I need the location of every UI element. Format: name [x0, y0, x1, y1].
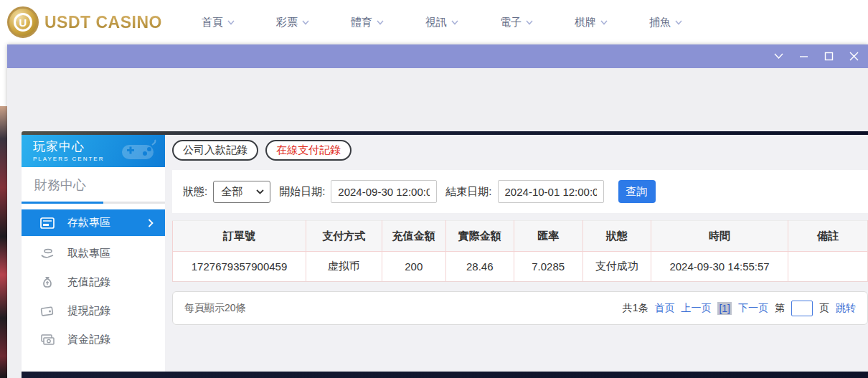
nav-item-fishing[interactable]: 捕魚 — [628, 16, 703, 29]
cell-status: 支付成功 — [582, 252, 651, 282]
col-payment-method: 支付方式 — [306, 221, 382, 252]
cell-recharge-amount: 200 — [382, 252, 445, 282]
end-date-input[interactable] — [498, 180, 604, 203]
current-page-indicator: [1] — [717, 302, 732, 315]
sidebar-item-funds-records[interactable]: 資金記錄 — [22, 325, 165, 354]
sidebar-item-recharge-records[interactable]: 充值記錄 — [22, 268, 165, 296]
filter-bar: 狀態: 全部 開始日期: 結束日期: 查詢 — [172, 170, 868, 213]
search-button[interactable]: 查詢 — [618, 180, 656, 203]
nav-item-lottery[interactable]: 彩票 — [255, 16, 330, 29]
cell-actual-amount: 28.46 — [445, 252, 514, 282]
col-actual-amount: 實際金額 — [445, 221, 514, 252]
page-prefix-text: 第 — [775, 302, 785, 315]
prev-page-link[interactable]: 上一页 — [681, 302, 711, 315]
nav-item-live[interactable]: 視訊 — [405, 16, 479, 29]
top-navigation: U USDT CASINO 首頁 彩票 體育 視訊 電子 — [0, 0, 868, 44]
window-dropdown-button[interactable] — [773, 51, 784, 62]
sidebar-item-withdrawal-records[interactable]: 提現記錄 — [22, 296, 165, 325]
col-exchange-rate: 匯率 — [514, 221, 582, 252]
sidebar-header: 玩家中心 PLAYERS CENTER — [22, 135, 165, 167]
window-maximize-button[interactable] — [824, 51, 834, 62]
per-page-text: 每頁顯示20條 — [184, 302, 246, 315]
col-recharge-amount: 充值金額 — [382, 221, 445, 252]
chevron-down-icon — [600, 20, 608, 25]
sidebar-item-label: 提現記錄 — [67, 304, 110, 318]
status-select-value: 全部 — [221, 185, 242, 199]
pagination-controls: 共1条 首页 上一页 [1] 下一页 第 页 跳转 — [623, 301, 856, 316]
nav-item-sports[interactable]: 體育 — [330, 16, 405, 29]
nav-menu: 首頁 彩票 體育 視訊 電子 棋牌 — [181, 0, 703, 44]
sidebar: 玩家中心 PLAYERS CENTER 財務中心 — [22, 135, 165, 372]
gamepad-icon — [121, 139, 158, 164]
chevron-down-icon — [675, 20, 682, 25]
nav-item-slots[interactable]: 電子 — [479, 16, 554, 29]
wallet-icon — [40, 303, 55, 318]
status-select[interactable]: 全部 — [213, 181, 270, 203]
end-date-label: 結束日期: — [445, 185, 491, 199]
logo-coin-icon: U — [7, 6, 39, 38]
chevron-down-icon — [302, 20, 309, 25]
sidebar-item-label: 資金記錄 — [67, 333, 110, 346]
tab-company-deposit-records[interactable]: 公司入款記錄 — [172, 140, 258, 161]
close-icon — [849, 52, 859, 61]
background-photo-strip — [0, 106, 7, 378]
sidebar-divider — [22, 202, 165, 204]
nav-item-home[interactable]: 首頁 — [181, 16, 255, 29]
site-logo[interactable]: U USDT CASINO — [7, 6, 162, 38]
records-table: 訂單號 支付方式 充值金額 實際金額 匯率 狀態 時間 備註 — [172, 220, 868, 282]
start-date-input[interactable] — [331, 180, 437, 203]
nav-item-label: 棋牌 — [575, 16, 596, 29]
nav-item-label: 首頁 — [202, 16, 223, 29]
nav-item-label: 彩票 — [276, 16, 298, 29]
sidebar-item-deposit-zone[interactable]: 存款專區 — [22, 209, 165, 236]
table-header-row: 訂單號 支付方式 充值金額 實際金額 匯率 狀態 時間 備註 — [173, 221, 868, 252]
hand-coin-icon — [40, 246, 55, 260]
total-count-text: 共1条 — [623, 302, 648, 315]
logo-text: USDT CASINO — [44, 13, 162, 32]
window-minimize-button[interactable] — [798, 51, 809, 62]
status-label: 狀態: — [183, 185, 207, 199]
start-date-label: 開始日期: — [279, 185, 325, 199]
tab-online-payment-records[interactable]: 在線支付記錄 — [265, 140, 352, 161]
cell-remark — [788, 252, 868, 282]
sidebar-menu: 存款專區 取款專區 充值記錄 — [22, 209, 165, 354]
first-page-link[interactable]: 首页 — [654, 302, 674, 315]
window-close-button[interactable] — [849, 51, 859, 62]
col-time: 時間 — [651, 221, 788, 252]
chevron-down-icon — [377, 20, 384, 25]
cell-time: 2024-09-30 14:55:57 — [651, 252, 788, 282]
col-order-number: 訂單號 — [173, 221, 306, 252]
nav-item-label: 電子 — [500, 16, 522, 29]
deposit-card-icon — [40, 216, 55, 230]
panel-bottom-edge — [22, 372, 868, 378]
chevron-right-icon — [148, 219, 154, 227]
col-remark: 備註 — [788, 221, 868, 252]
pagination-bar: 每頁顯示20條 共1条 首页 上一页 [1] 下一页 第 页 跳转 — [172, 291, 868, 325]
col-status: 狀態 — [582, 221, 651, 252]
nav-item-board-games[interactable]: 棋牌 — [554, 16, 628, 29]
page-suffix-text: 页 — [819, 302, 829, 315]
chevron-down-icon — [256, 189, 264, 194]
nav-item-label: 視訊 — [425, 16, 447, 29]
minimize-icon — [799, 52, 808, 61]
page-number-input[interactable] — [791, 301, 813, 316]
next-page-link[interactable]: 下一页 — [738, 302, 768, 315]
banknotes-icon — [40, 332, 55, 346]
sidebar-item-label: 取款專區 — [67, 247, 110, 260]
chevron-down-icon — [526, 20, 533, 25]
sidebar-item-label: 存款專區 — [67, 216, 110, 230]
nav-item-label: 體育 — [351, 16, 372, 29]
cell-exchange-rate: 7.0285 — [514, 252, 582, 282]
nav-item-label: 捕魚 — [649, 16, 671, 29]
table-row: 1727679357900459 虚拟币 200 28.46 7.0285 支付… — [173, 252, 868, 282]
chevron-down-icon — [774, 53, 783, 60]
page: U USDT CASINO 首頁 彩票 體育 視訊 電子 — [0, 0, 868, 378]
chevron-down-icon — [451, 20, 458, 25]
player-center-window: 玩家中心 PLAYERS CENTER 財務中心 — [7, 44, 868, 378]
window-titlebar — [7, 44, 868, 68]
cell-payment-method: 虚拟币 — [306, 252, 382, 282]
sidebar-section-title: 財務中心 — [34, 176, 165, 194]
sidebar-item-withdraw-zone[interactable]: 取款專區 — [22, 239, 165, 268]
jump-link[interactable]: 跳转 — [836, 302, 856, 315]
chevron-down-icon — [227, 20, 235, 25]
